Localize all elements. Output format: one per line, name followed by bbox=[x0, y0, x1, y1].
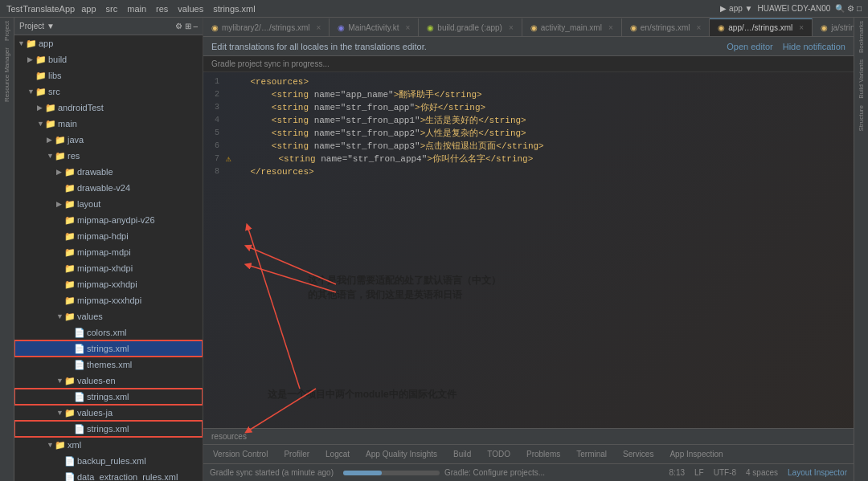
menu-stringsxml[interactable]: strings.xml bbox=[213, 4, 256, 14]
run-config[interactable]: ▶ app ▼ bbox=[720, 4, 752, 13]
tab-close[interactable]: × bbox=[608, 23, 613, 32]
editor-tab-5[interactable]: ◉app/…/strings.xml× bbox=[710, 18, 813, 36]
bottom-tab-6[interactable]: Problems bbox=[522, 448, 565, 460]
tree-label: xml bbox=[68, 438, 81, 452]
tab-close[interactable]: × bbox=[696, 23, 701, 32]
bottom-tab-5[interactable]: TODO bbox=[482, 448, 515, 460]
tree-item[interactable]: ▶📁drawable bbox=[14, 164, 203, 180]
structure-panel[interactable]: Structure bbox=[858, 105, 865, 131]
bottom-tab-7[interactable]: Terminal bbox=[571, 448, 612, 460]
editor-tab-2[interactable]: ◉build.gradle (:app)× bbox=[419, 18, 522, 36]
layout-inspector-link[interactable]: Layout Inspector bbox=[788, 468, 847, 477]
tree-item[interactable]: ▶📁build bbox=[14, 51, 203, 67]
project-panel-header: Project ▼ ⚙ ⊞ – bbox=[14, 18, 203, 35]
tab-close[interactable]: × bbox=[509, 23, 514, 32]
line-content[interactable]: <string name="str_fron_app4">你叫什么名字</str… bbox=[233, 153, 534, 165]
tree-file-icon: 📄 bbox=[74, 341, 85, 356]
project-panel-toggle[interactable]: Project bbox=[3, 21, 10, 41]
code-editor[interactable]: 1 <resources>2 <string name="app_name">翻… bbox=[203, 72, 854, 428]
tree-item[interactable]: ▼📁res bbox=[14, 148, 203, 164]
line-content[interactable]: <string name="app_name">翻译助手</string> bbox=[226, 88, 482, 101]
tree-arrow: ▼ bbox=[18, 36, 26, 51]
menu-values[interactable]: values bbox=[178, 4, 203, 14]
bottom-tab-2[interactable]: Logcat bbox=[321, 448, 354, 460]
bookmarks-panel[interactable]: Bookmarks bbox=[858, 21, 865, 53]
tree-item[interactable]: ▼📁values bbox=[14, 308, 203, 324]
menu-res[interactable]: res bbox=[156, 4, 168, 14]
tab-close[interactable]: × bbox=[405, 23, 410, 32]
tree-item[interactable]: 📄themes.xml bbox=[14, 357, 203, 373]
tree-item[interactable]: 📁mipmap-anydpi-v26 bbox=[14, 212, 203, 228]
code-line-3: 3 <string name="str_fron_app">你好</string… bbox=[203, 101, 854, 114]
menu-bar[interactable]: app src main res values strings.xml bbox=[81, 4, 256, 14]
tree-item[interactable]: 📄backup_rules.xml bbox=[14, 453, 203, 469]
toolbar-icons: 🔍 ⚙ □ bbox=[835, 4, 862, 13]
editor-tab-3[interactable]: ◉activity_main.xml× bbox=[522, 18, 622, 36]
resource-manager-toggle[interactable]: Resource Manager bbox=[3, 47, 10, 102]
open-editor-link[interactable]: Open editor bbox=[727, 42, 772, 51]
editor-tab-1[interactable]: ◉MainActivity.kt× bbox=[330, 18, 419, 36]
tree-file-icon: 📁 bbox=[35, 84, 47, 99]
tree-item[interactable]: ▶📁layout bbox=[14, 196, 203, 212]
bottom-tab-9[interactable]: App Inspection bbox=[665, 448, 727, 460]
tree-item[interactable]: 📄strings.xml bbox=[14, 389, 203, 405]
editor-tab-4[interactable]: ◉en/strings.xml× bbox=[622, 18, 710, 36]
tree-item[interactable]: ▼📁app bbox=[14, 35, 203, 51]
project-tree[interactable]: ▼📁app▶📁build 📁libs▼📁src▶📁androidTest▼📁ma… bbox=[14, 35, 203, 481]
line-content[interactable]: <string name="str_fron_app2">人性是复杂的</str… bbox=[226, 127, 526, 140]
menu-main[interactable]: main bbox=[127, 4, 146, 14]
tree-item[interactable]: ▼📁values-ja bbox=[14, 405, 203, 421]
tree-item[interactable]: 📁libs bbox=[14, 67, 203, 84]
hide-notification-link[interactable]: Hide notification bbox=[783, 42, 845, 51]
tree-item[interactable]: 📁mipmap-xhdpi bbox=[14, 260, 203, 276]
tree-item[interactable]: ▶📁java bbox=[14, 132, 203, 148]
tree-label: drawable-v24 bbox=[77, 181, 130, 195]
tab-label: mylibrary2/…/strings.xml bbox=[222, 23, 309, 32]
tree-label: build bbox=[48, 52, 67, 67]
bottom-tab-0[interactable]: Version Control bbox=[208, 448, 272, 460]
tree-item[interactable]: 📁mipmap-hdpi bbox=[14, 228, 203, 244]
line-content[interactable]: </resources> bbox=[226, 165, 314, 178]
code-line-8: 8 </resources> bbox=[203, 165, 854, 178]
gradle-sync-status: Gradle sync started (a minute ago) bbox=[210, 468, 334, 477]
tab-close[interactable]: × bbox=[316, 23, 321, 32]
menu-src[interactable]: src bbox=[106, 4, 118, 14]
notification-actions[interactable]: Open editor Hide notification bbox=[727, 42, 845, 51]
bottom-tool-tabs[interactable]: Version ControlProfilerLogcatApp Quality… bbox=[203, 444, 854, 463]
tree-item[interactable]: 📁drawable-v24 bbox=[14, 180, 203, 196]
tree-item[interactable]: 📁mipmap-xxxhdpi bbox=[14, 292, 203, 308]
bottom-tab-8[interactable]: Services bbox=[618, 448, 658, 460]
tree-item[interactable]: ▼📁xml bbox=[14, 437, 203, 453]
tree-item[interactable]: 📄strings.xml bbox=[14, 340, 203, 357]
line-content[interactable]: <resources> bbox=[226, 75, 309, 88]
tree-item[interactable]: ▶📁androidTest bbox=[14, 100, 203, 116]
line-content[interactable]: <string name="str_fron_app1">生活是美好的</str… bbox=[226, 114, 526, 127]
project-panel-title: Project ▼ bbox=[19, 22, 55, 31]
tree-label: strings.xml bbox=[87, 341, 129, 356]
bottom-tab-4[interactable]: Build bbox=[448, 448, 476, 460]
tab-close[interactable]: × bbox=[799, 23, 804, 32]
tree-item[interactable]: 📄colors.xml bbox=[14, 324, 203, 340]
tree-item[interactable]: 📄strings.xml bbox=[14, 421, 203, 437]
bottom-tab-1[interactable]: Profiler bbox=[279, 448, 314, 460]
tree-item[interactable]: 📁mipmap-mdpi bbox=[14, 244, 203, 260]
tab-bar[interactable]: ◉mylibrary2/…/strings.xml×◉MainActivity.… bbox=[203, 18, 854, 37]
tree-arrow: ▼ bbox=[47, 438, 55, 452]
editor-tab-6[interactable]: ◉ja/strings.xml× bbox=[813, 18, 854, 36]
tree-item[interactable]: ▼📁main bbox=[14, 116, 203, 132]
tree-item[interactable]: 📄data_extraction_rules.xml bbox=[14, 469, 203, 481]
menu-app[interactable]: app bbox=[81, 4, 96, 14]
gradle-bar: Gradle project sync in progress... bbox=[203, 56, 854, 72]
tree-item[interactable]: ▼📁src bbox=[14, 84, 203, 100]
build-variants-panel[interactable]: Build Variants bbox=[858, 59, 865, 99]
tab-icon: ◉ bbox=[427, 23, 434, 32]
bottom-tab-3[interactable]: App Quality Insights bbox=[361, 448, 442, 460]
tree-label: mipmap-xhdpi bbox=[77, 261, 133, 275]
panel-tools[interactable]: ⚙ ⊞ – bbox=[175, 22, 198, 31]
tree-item[interactable]: ▼📁values-en bbox=[14, 373, 203, 389]
line-content[interactable]: <string name="str_fron_app3">点击按钮退出页面</s… bbox=[226, 140, 544, 153]
title-bar-right: ▶ app ▼ HUAWEI CDY-AN00 🔍 ⚙ □ bbox=[720, 4, 862, 13]
editor-tab-0[interactable]: ◉mylibrary2/…/strings.xml× bbox=[203, 18, 330, 36]
tree-item[interactable]: 📁mipmap-xxhdpi bbox=[14, 276, 203, 292]
line-content[interactable]: <string name="str_fron_app">你好</string> bbox=[226, 101, 485, 114]
